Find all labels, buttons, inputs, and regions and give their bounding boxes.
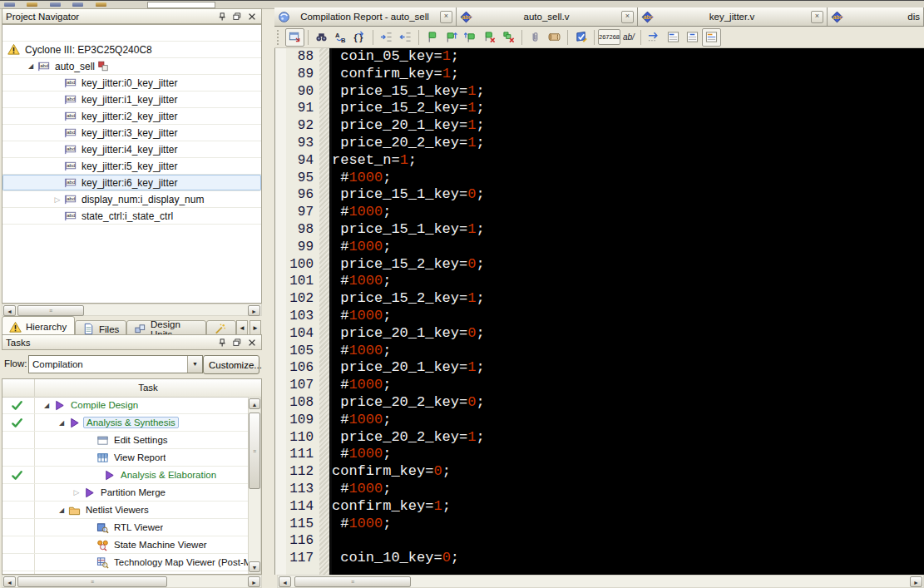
scrollbar-thumb[interactable]: ≡ xyxy=(17,305,84,316)
macro-record-icon[interactable] xyxy=(545,28,564,47)
collapse-icon[interactable]: ◢ xyxy=(55,419,68,427)
flow-select[interactable]: Compilation ▼ xyxy=(28,355,203,373)
code-line[interactable]: #1000; xyxy=(332,239,924,256)
tree-item[interactable]: abdkey_jitter:i5_key_jitter xyxy=(2,158,261,175)
code-line[interactable]: #1000; xyxy=(332,308,924,325)
document-tab[interactable]: abckey_jitter.v× xyxy=(638,7,828,26)
tree-item[interactable]: abdkey_jitter:i1_key_jitter xyxy=(2,91,261,108)
chevron-down-icon[interactable]: ▼ xyxy=(187,356,202,373)
task-row[interactable]: RTL Viewer xyxy=(2,519,248,536)
scrollbar-thumb[interactable]: ≡ xyxy=(294,576,411,587)
code-line[interactable]: price_20_2_key=1; xyxy=(332,135,924,152)
code-editor[interactable]: coin_05_key=1; confirm_key=1; price_15_1… xyxy=(332,48,924,575)
tree-item[interactable]: ▷abddisplay_num:i_display_num xyxy=(2,191,261,208)
collapse-icon[interactable]: ◢ xyxy=(24,62,37,70)
indent-icon[interactable] xyxy=(377,28,396,47)
code-line[interactable]: price_20_1_key=1; xyxy=(332,359,924,377)
float-window-icon[interactable] xyxy=(230,11,243,22)
collapse-icon[interactable]: ◢ xyxy=(40,402,53,409)
code-line[interactable]: #1000; xyxy=(332,204,924,221)
bookmark-previous-icon[interactable] xyxy=(461,28,480,47)
task-row[interactable]: ▷Partition Merge xyxy=(2,484,248,502)
tab-close-icon[interactable]: × xyxy=(440,11,452,23)
bookmark-delete-icon[interactable] xyxy=(480,28,499,47)
tree-item[interactable]: abdstate_ctrl:i_state_ctrl xyxy=(2,208,261,225)
syntax-check-icon[interactable] xyxy=(571,28,590,47)
code-line[interactable]: price_15_1_key=1; xyxy=(332,221,924,239)
task-row[interactable]: View Report xyxy=(2,449,248,467)
format-doc-1-icon[interactable] xyxy=(664,28,683,47)
tree-item[interactable]: abdkey_jitter:i0_key_jitter xyxy=(2,75,261,91)
code-line[interactable]: #1000; xyxy=(332,170,924,187)
code-line[interactable]: price_15_2_key=1; xyxy=(332,100,924,117)
task-row[interactable]: ◢Netlist Viewers xyxy=(2,502,248,519)
close-icon[interactable] xyxy=(245,11,258,22)
task-row[interactable]: Analysis & Elaboration xyxy=(2,467,248,484)
code-line[interactable] xyxy=(332,532,924,550)
code-line[interactable]: #1000; xyxy=(332,446,924,463)
scroll-right-icon[interactable]: ► xyxy=(910,576,922,587)
code-line[interactable]: coin_05_key=1; xyxy=(332,48,924,66)
code-line[interactable]: #1000; xyxy=(332,343,924,360)
float-window-icon[interactable] xyxy=(230,337,243,348)
format-doc-3-icon[interactable] xyxy=(702,28,721,47)
code-line[interactable]: price_20_2_key=0; xyxy=(332,394,924,412)
expand-icon[interactable]: ▷ xyxy=(70,488,83,497)
expand-icon[interactable]: ▷ xyxy=(51,195,64,204)
tree-item[interactable]: Cyclone III: EP3C25Q240C8 xyxy=(2,42,261,58)
scroll-right-icon[interactable]: ► xyxy=(248,305,260,316)
close-icon[interactable] xyxy=(245,337,258,348)
document-tab[interactable]: abcdis xyxy=(828,7,924,26)
bookmark-delete-all-icon[interactable] xyxy=(499,28,518,47)
attach-note-icon[interactable] xyxy=(526,28,545,47)
document-tab[interactable]: abcauto_sell.v× xyxy=(457,7,638,26)
tree-item[interactable]: abdkey_jitter:i3_key_jitter xyxy=(2,125,261,141)
editor-hscrollbar[interactable]: ◄ ≡ ► xyxy=(277,575,924,588)
code-line[interactable]: price_20_2_key=1; xyxy=(332,429,924,447)
code-line[interactable]: price_15_2_key=1; xyxy=(332,290,924,308)
tab-close-icon[interactable]: × xyxy=(811,11,823,23)
task-vscrollbar[interactable]: ▲ ≡ ▼ xyxy=(248,397,261,574)
code-line[interactable]: price_15_1_key=0; xyxy=(332,186,924,204)
scroll-left-icon[interactable]: ◄ xyxy=(3,576,16,587)
code-line[interactable]: confirm_key=1; xyxy=(332,66,924,83)
tree-item[interactable]: abdkey_jitter:i6_key_jitter xyxy=(2,175,261,191)
code-line[interactable]: #1000; xyxy=(332,377,924,394)
outdent-icon[interactable] xyxy=(396,28,415,47)
task-row[interactable]: Technology Map Viewer (Post-Ma xyxy=(2,554,248,571)
scroll-right-icon[interactable]: ► xyxy=(248,576,260,587)
code-line[interactable]: confirm_key=0; xyxy=(332,463,924,481)
open-in-main-window-icon[interactable] xyxy=(285,28,304,47)
find-icon[interactable] xyxy=(312,28,331,47)
replace-icon[interactable]: AB xyxy=(331,28,350,47)
bookmark-next-icon[interactable] xyxy=(442,28,461,47)
task-hscrollbar[interactable]: ◄ ≡ ► xyxy=(2,575,262,588)
task-row[interactable]: State Machine Viewer xyxy=(2,536,248,554)
code-line[interactable]: confirm_key=1; xyxy=(332,498,924,516)
goto-line-icon[interactable] xyxy=(645,28,664,47)
tab-close-icon[interactable]: × xyxy=(621,11,634,23)
code-line[interactable]: coin_10_key=0; xyxy=(332,550,924,567)
bookmark-toggle-icon[interactable] xyxy=(422,28,442,47)
code-line[interactable]: price_15_2_key=0; xyxy=(332,256,924,274)
code-line[interactable]: #1000; xyxy=(332,412,924,429)
scroll-left-icon[interactable]: ◄ xyxy=(279,576,291,587)
line-count-badge[interactable]: 267268 xyxy=(598,29,620,45)
scrollbar-thumb[interactable]: ≡ xyxy=(17,576,167,587)
task-row[interactable]: ◢Compile Design xyxy=(2,397,248,414)
code-line[interactable]: #1000; xyxy=(332,516,924,533)
code-line[interactable]: price_20_1_key=1; xyxy=(332,117,924,135)
pin-icon[interactable] xyxy=(215,11,228,22)
pin-icon[interactable] xyxy=(215,337,228,348)
task-row[interactable]: ▷Design Assistant (Post-Mapping) xyxy=(2,571,248,574)
match-brace-icon[interactable]: { } xyxy=(350,28,369,47)
code-line[interactable]: #1000; xyxy=(332,481,924,498)
task-row[interactable]: ◢Analysis & Synthesis xyxy=(2,414,248,432)
scrollbar-thumb[interactable]: ≡ xyxy=(249,413,260,489)
scroll-down-icon[interactable]: ▼ xyxy=(249,561,260,572)
tree-item[interactable]: abdkey_jitter:i4_key_jitter xyxy=(2,141,261,158)
collapse-icon[interactable]: ◢ xyxy=(55,506,68,514)
tree-item[interactable]: abdkey_jitter:i2_key_jitter xyxy=(2,108,261,125)
scroll-up-icon[interactable]: ▲ xyxy=(249,398,260,409)
customize-button[interactable]: Customize... xyxy=(203,355,259,374)
